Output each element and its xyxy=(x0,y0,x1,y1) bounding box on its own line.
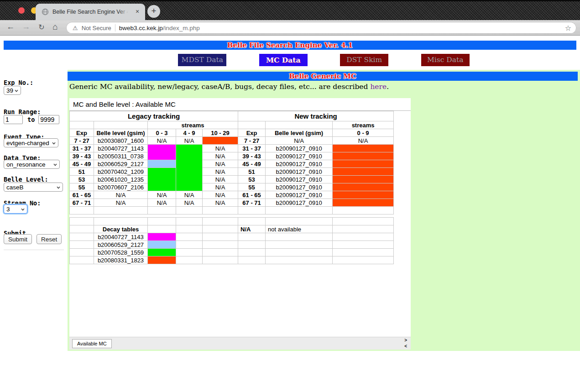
url-host: bweb3.cc.kek.jp xyxy=(119,25,163,31)
sheet-cell: 0 - 3 xyxy=(148,129,176,137)
sheet-cell xyxy=(333,218,394,225)
sheet-cell: N/A xyxy=(266,137,333,145)
browser-tab[interactable]: Belle File Search Engine Ver 4.1 × xyxy=(36,4,145,20)
nav-misc-data-button[interactable]: Misc Data xyxy=(421,54,470,66)
sheet-cell: N/A xyxy=(203,168,238,176)
url-text: bweb3.cc.kek.jp/index_m.php xyxy=(119,25,200,31)
sheet-cell: New tracking xyxy=(238,111,394,121)
reset-button[interactable]: Reset xyxy=(37,234,62,244)
data-type-value: on_resonance xyxy=(6,161,46,168)
sheet-cell xyxy=(203,233,238,241)
sheet-cell xyxy=(148,218,176,225)
home-icon[interactable]: ⌂ xyxy=(49,22,61,32)
sheet-cell xyxy=(266,121,333,129)
run-from-input[interactable] xyxy=(4,115,23,124)
run-to-input[interactable] xyxy=(38,115,59,124)
sheet-cell: N/A xyxy=(176,137,203,145)
exp-no-value: 39 xyxy=(6,87,13,94)
sheet-tab-available-mc[interactable]: Available MC xyxy=(72,339,112,348)
nav-dst-skim-button[interactable]: DST Skim xyxy=(340,54,388,66)
sheet-cell xyxy=(333,191,394,199)
sheet-cell xyxy=(94,218,148,225)
sheet-cell xyxy=(148,225,176,233)
sheet-title: MC and Belle level : Available MC xyxy=(69,98,411,111)
sheet-cell xyxy=(70,233,94,241)
sheet-cell: N/A xyxy=(94,199,148,207)
data-type-select[interactable]: on_resonance xyxy=(4,160,60,169)
belle-level-label: Belle Level: xyxy=(4,176,48,183)
legend-table: Decay tablesN/Anot availableb20040727_11… xyxy=(69,217,394,264)
run-to-word: to xyxy=(27,116,35,123)
sheet-cell: 39 - 43 xyxy=(70,152,94,160)
event-type-select[interactable]: evtgen-charged xyxy=(4,138,58,147)
sheet-cell: b20090127_0910 xyxy=(266,191,333,199)
sheet-cell xyxy=(203,256,238,264)
sheet-cell: N/A xyxy=(203,152,238,160)
search-form-sidebar: Exp No.: 39 Run Range: to Event Type: ev… xyxy=(4,79,66,257)
tab-scroll-right-icon[interactable]: > xyxy=(404,338,407,343)
sheet-cell: b20040727_1143 xyxy=(94,233,148,241)
sheet-cell xyxy=(176,225,203,233)
address-bar[interactable]: ⚠ Not Secure bweb3.cc.kek.jp/index_m.php… xyxy=(66,22,576,34)
sheet-cell: N/A xyxy=(148,137,176,145)
sheet-cell: Decay tables xyxy=(94,225,148,233)
sheet-cell: b20090127_0910 xyxy=(266,168,333,176)
tab-strip: Belle File Search Engine Ver 4.1 × + xyxy=(0,0,580,20)
sheet-cell: N/A xyxy=(203,199,238,207)
address-bar-content: ⚠ Not Secure bweb3.cc.kek.jp/index_m.php xyxy=(73,22,200,34)
exp-no-select[interactable]: 39 xyxy=(4,86,21,95)
sheet-cell xyxy=(176,207,203,214)
sheet-cell xyxy=(176,233,203,241)
bookmark-star-icon[interactable]: ☆ xyxy=(565,24,571,32)
nav-mdst-data-button[interactable]: MDST Data xyxy=(178,54,226,66)
sheet-cell: streams xyxy=(333,121,394,129)
sheet-cell: b20030807_1600 xyxy=(94,137,148,145)
sheet-cell xyxy=(176,256,203,264)
sheet-cell: N/A xyxy=(176,199,203,207)
sheet-cell xyxy=(70,225,94,233)
stream-no-value: 3 xyxy=(6,206,10,213)
traffic-light-close-button[interactable] xyxy=(18,7,25,14)
sheet-cell xyxy=(333,183,394,191)
chevron-down-icon xyxy=(15,89,18,92)
sheet-cell: b20090127_0910 xyxy=(266,152,333,160)
sheet-cell: 7 - 27 xyxy=(238,137,266,145)
sheet-cell: 7 - 27 xyxy=(70,137,94,145)
back-icon[interactable]: ← xyxy=(5,22,16,31)
sheet-cell xyxy=(203,137,238,145)
sheet-cell: 67 - 71 xyxy=(238,199,266,207)
sheet-cell: Exp xyxy=(238,129,266,137)
sheet-cell: streams xyxy=(148,121,238,129)
exp-no-label: Exp No.: xyxy=(4,79,33,86)
nav-mc-data-button[interactable]: MC Data xyxy=(259,54,308,66)
sheet-cell: 51 xyxy=(238,168,266,176)
description-text: Generic MC availability, new/legacy, cas… xyxy=(69,83,370,91)
belle-level-select[interactable]: caseB xyxy=(4,183,63,192)
nav-slot: MC Data xyxy=(243,54,324,66)
nav-slot: MDST Data xyxy=(162,54,243,66)
browser-chrome: Belle File Search Engine Ver 4.1 × + ← →… xyxy=(0,0,580,36)
description-here-link[interactable]: here xyxy=(370,83,387,91)
sheet-cell: b20040727_1143 xyxy=(94,145,148,152)
forward-icon[interactable]: → xyxy=(20,22,32,31)
sheet-cell: N/A xyxy=(333,137,394,145)
stream-no-select[interactable]: 3 xyxy=(4,204,27,214)
sheet-cell xyxy=(70,241,94,249)
sheet-cell: Legacy tracking xyxy=(70,111,238,121)
sheet-cell: 53 xyxy=(238,176,266,183)
sheet-cell xyxy=(203,249,238,256)
sheet-cell xyxy=(148,160,176,168)
sheet-cell xyxy=(238,218,266,225)
browser-toolbar: ← → ↻ ⌂ ⚠ Not Secure bweb3.cc.kek.jp/ind… xyxy=(0,20,580,36)
submit-button[interactable]: Submit xyxy=(4,234,32,244)
sheet-cell xyxy=(148,256,176,264)
sheet-cell: N/A xyxy=(148,199,176,207)
new-tab-button[interactable]: + xyxy=(147,5,160,18)
sheet-cell: 31 - 37 xyxy=(238,145,266,152)
tab-close-icon[interactable]: × xyxy=(133,8,141,16)
sheet-cell: b20060529_2127 xyxy=(94,241,148,249)
sheet-cell: b20090127_0910 xyxy=(266,183,333,191)
reload-icon[interactable]: ↻ xyxy=(36,23,47,31)
sheet-cell xyxy=(148,145,176,160)
tab-scroll-left-icon[interactable]: < xyxy=(404,344,407,349)
